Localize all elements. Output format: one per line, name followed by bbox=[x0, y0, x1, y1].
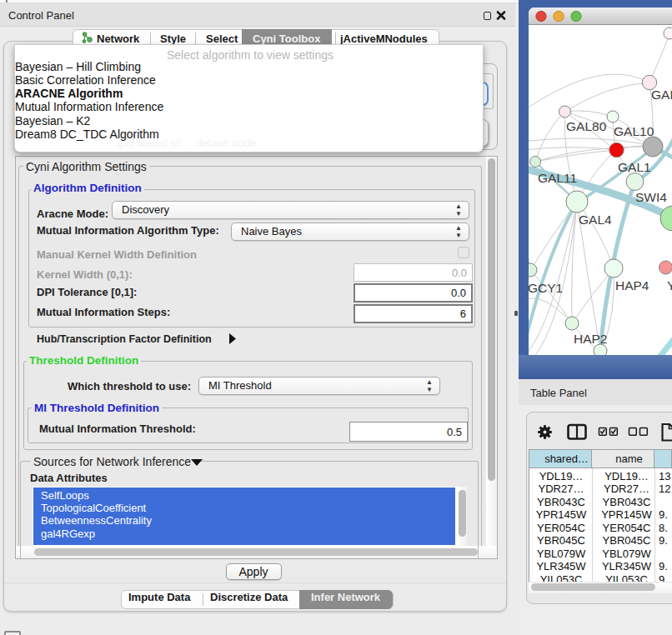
svg-text:SWI4: SWI4 bbox=[635, 190, 667, 204]
svg-text:GCY1: GCY1 bbox=[529, 281, 563, 295]
svg-text:GAL11: GAL11 bbox=[538, 171, 577, 185]
svg-text:GAL1: GAL1 bbox=[618, 160, 651, 174]
svg-text:GAL10: GAL10 bbox=[614, 124, 654, 138]
svg-text:Y: Y bbox=[667, 278, 672, 292]
svg-text:GAL4: GAL4 bbox=[579, 212, 612, 227]
svg-text:HAP4: HAP4 bbox=[615, 278, 649, 292]
svg-text:HAP2: HAP2 bbox=[574, 332, 608, 346]
svg-text:GAL7: GAL7 bbox=[651, 88, 672, 102]
svg-text:GAL80: GAL80 bbox=[566, 119, 607, 133]
